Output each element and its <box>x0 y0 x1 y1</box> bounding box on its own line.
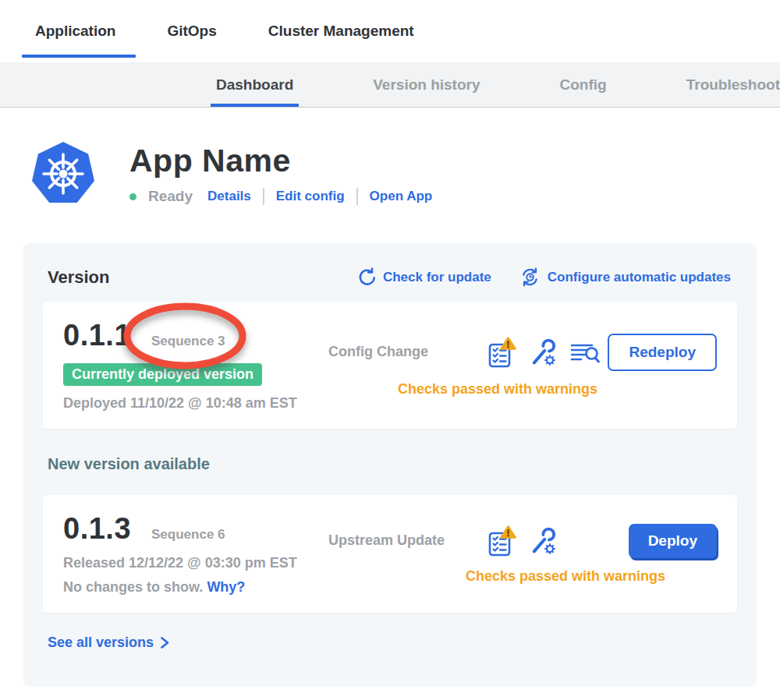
top-nav: Application GitOps Cluster Management <box>0 0 780 62</box>
refresh-icon <box>356 267 376 287</box>
app-header-text: App Name Ready Details Edit config Open … <box>129 143 432 205</box>
edit-config-link[interactable]: Edit config <box>276 189 345 204</box>
deployed-version-row: 0.1.1 Sequence 3 <box>63 319 328 352</box>
warning-triangle-icon <box>502 338 516 348</box>
gear-icon <box>545 355 555 365</box>
changes-note: No changes to show. Why? <box>63 579 328 596</box>
new-version-heading: New version available <box>48 455 737 473</box>
redeploy-button[interactable]: Redeploy <box>608 334 717 371</box>
available-actions-row: Upstream Update <box>328 524 717 558</box>
deploy-button[interactable]: Deploy <box>629 524 717 558</box>
details-link[interactable]: Details <box>207 189 251 204</box>
available-version-row: 0.1.3 Sequence 6 <box>63 512 328 546</box>
status-badge: Ready <box>148 188 193 205</box>
tab-dashboard[interactable]: Dashboard <box>211 62 299 107</box>
available-version-info: 0.1.3 Sequence 6 Released 12/12/22 @ 03:… <box>63 512 328 596</box>
tab-cluster-management[interactable]: Cluster Management <box>261 0 421 62</box>
status-dot-icon <box>129 193 136 200</box>
gear-icon <box>545 544 555 553</box>
config-wrench-icon[interactable] <box>528 338 558 367</box>
app-header: App Name Ready Details Edit config Open … <box>30 140 780 207</box>
available-version-sequence: Sequence 6 <box>151 527 225 543</box>
available-version-number: 0.1.3 <box>63 512 131 546</box>
deployed-status-icons <box>488 337 601 368</box>
tab-application[interactable]: Application <box>28 0 122 62</box>
tab-version-history[interactable]: Version history <box>367 62 485 107</box>
available-version-card: 0.1.3 Sequence 6 Released 12/12/22 @ 03:… <box>43 495 737 613</box>
tab-gitops[interactable]: GitOps <box>160 0 223 62</box>
configure-automatic-updates-label: Configure automatic updates <box>548 270 731 285</box>
available-source-label: Upstream Update <box>328 532 484 549</box>
see-all-versions-label: See all versions <box>48 635 154 651</box>
version-section-title: Version <box>48 267 109 288</box>
deployed-version-card: 0.1.1 Sequence 3 Currently deployed vers… <box>43 302 737 429</box>
changes-note-text: No changes to show. <box>63 579 203 595</box>
deployed-version-number: 0.1.1 <box>63 319 131 352</box>
preflight-checks-icon[interactable] <box>488 525 516 557</box>
config-wrench-icon[interactable] <box>528 526 558 556</box>
version-panel: Version Check for update Configure <box>23 243 757 687</box>
divider <box>263 188 264 205</box>
available-checks-status: Checks passed with warnings <box>328 568 717 585</box>
deployed-version-actions: Config Change <box>328 319 717 412</box>
tab-config[interactable]: Config <box>555 62 612 107</box>
available-version-actions: Upstream Update <box>328 512 717 596</box>
sub-nav: Dashboard Version history Config Trouble… <box>0 62 780 108</box>
deployed-checks-status: Checks passed with warnings <box>328 381 608 398</box>
page-title: App Name <box>129 143 432 179</box>
app-status-row: Ready Details Edit config Open App <box>129 188 432 205</box>
version-panel-header: Version Check for update Configure <box>43 263 737 288</box>
currently-deployed-badge: Currently deployed version <box>63 363 262 386</box>
see-all-versions-link[interactable]: See all versions <box>48 635 170 651</box>
chevron-right-icon <box>160 636 170 649</box>
deployed-source-label: Config Change <box>328 344 484 360</box>
warning-triangle-icon <box>502 526 516 537</box>
auto-update-clock-icon <box>519 267 541 288</box>
divider <box>356 188 358 205</box>
check-for-update-link[interactable]: Check for update <box>356 267 491 287</box>
kubernetes-logo-icon <box>30 140 97 207</box>
deployed-timestamp: Deployed 11/10/22 @ 10:48 am EST <box>63 395 328 412</box>
tab-troubleshoot[interactable]: Troubleshoot <box>681 62 780 107</box>
open-app-link[interactable]: Open App <box>370 189 433 204</box>
version-panel-actions: Check for update Configure automatic upd… <box>356 267 731 288</box>
why-link[interactable]: Why? <box>207 579 245 595</box>
view-diff-icon[interactable] <box>569 340 601 365</box>
deployed-version-sequence: Sequence 3 <box>151 334 225 349</box>
available-status-icons <box>488 525 558 557</box>
preflight-checks-icon[interactable] <box>488 337 516 368</box>
deployed-actions-row: Config Change <box>328 334 717 371</box>
check-for-update-label: Check for update <box>383 270 491 285</box>
released-timestamp: Released 12/12/22 @ 03:30 pm EST <box>63 555 328 571</box>
deployed-version-info: 0.1.1 Sequence 3 Currently deployed vers… <box>63 319 328 412</box>
configure-automatic-updates-link[interactable]: Configure automatic updates <box>519 267 731 288</box>
